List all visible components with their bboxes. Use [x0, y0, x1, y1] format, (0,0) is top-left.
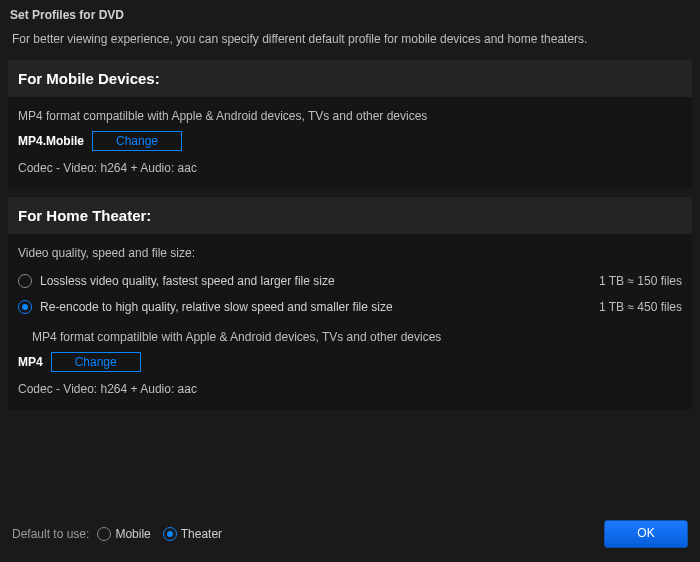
- default-option-label: Mobile: [115, 527, 150, 541]
- theater-format-desc: MP4 format compatilble with Apple & Andr…: [32, 330, 682, 344]
- mobile-codec-info: Codec - Video: h264 + Audio: aac: [18, 161, 682, 175]
- theater-codec-info: Codec - Video: h264 + Audio: aac: [18, 382, 682, 396]
- radio-icon: [18, 274, 32, 288]
- theater-panel-body: Video quality, speed and file size: Loss…: [8, 234, 692, 410]
- theater-profile-row: MP4 Change: [18, 352, 682, 372]
- mobile-panel: For Mobile Devices: MP4 format compatilb…: [8, 60, 692, 189]
- default-radio-group: Mobile Theater: [97, 527, 228, 541]
- dialog-footer: Default to use: Mobile Theater OK: [0, 510, 700, 562]
- theater-panel: For Home Theater: Video quality, speed a…: [8, 197, 692, 410]
- theater-option-estimate: 1 TB ≈ 450 files: [599, 300, 682, 314]
- mobile-change-button[interactable]: Change: [92, 131, 182, 151]
- theater-profile-name: MP4: [18, 355, 43, 369]
- theater-option-label: Re-encode to high quality, relative slow…: [40, 300, 393, 314]
- default-option-theater[interactable]: Theater: [163, 527, 222, 541]
- mobile-profile-name: MP4.Mobile: [18, 134, 84, 148]
- mobile-profile-row: MP4.Mobile Change: [18, 131, 682, 151]
- set-profiles-dialog: Set Profiles for DVD For better viewing …: [0, 0, 700, 562]
- ok-button[interactable]: OK: [604, 520, 688, 548]
- mobile-panel-header: For Mobile Devices:: [8, 60, 692, 97]
- mobile-panel-body: MP4 format compatilble with Apple & Andr…: [8, 97, 692, 189]
- default-option-mobile[interactable]: Mobile: [97, 527, 150, 541]
- theater-quality-heading: Video quality, speed and file size:: [18, 246, 682, 260]
- dialog-title: Set Profiles for DVD: [0, 0, 700, 28]
- theater-option-estimate: 1 TB ≈ 150 files: [599, 274, 682, 288]
- mobile-format-desc: MP4 format compatilble with Apple & Andr…: [18, 109, 682, 123]
- theater-option-label: Lossless video quality, fastest speed an…: [40, 274, 335, 288]
- radio-icon: [97, 527, 111, 541]
- radio-icon: [18, 300, 32, 314]
- default-option-label: Theater: [181, 527, 222, 541]
- theater-option-reencode[interactable]: Re-encode to high quality, relative slow…: [18, 296, 682, 322]
- theater-option-lossless[interactable]: Lossless video quality, fastest speed an…: [18, 270, 682, 296]
- theater-change-button[interactable]: Change: [51, 352, 141, 372]
- default-to-use-label: Default to use:: [12, 527, 89, 541]
- theater-panel-header: For Home Theater:: [8, 197, 692, 234]
- radio-icon: [163, 527, 177, 541]
- dialog-intro: For better viewing experience, you can s…: [0, 28, 700, 60]
